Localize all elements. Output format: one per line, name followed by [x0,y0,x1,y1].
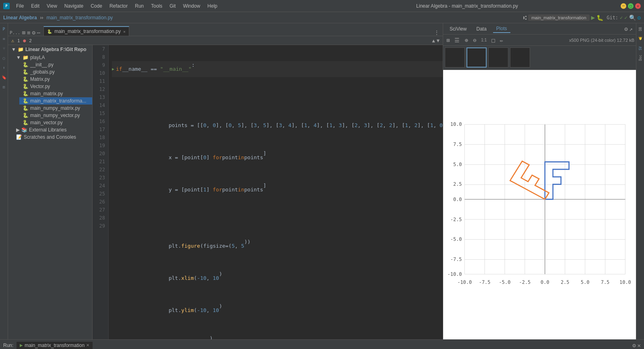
menu-git[interactable]: Git [166,2,179,10]
plots-tab[interactable]: Plots [493,25,510,33]
code-editor[interactable]: 7 8 9 10 11 12 13 14 15 16 17 18 19 20 [93,45,443,339]
python-file-icon: 🐍 [47,29,52,34]
subfolder-playla[interactable]: ▼ 📁 playLA [13,54,92,61]
file-main-vector[interactable]: 🐍 main_vector.py [19,119,92,126]
data-tab[interactable]: Data [473,25,489,33]
project-icon[interactable]: P [0,25,8,33]
menu-edit[interactable]: Edit [28,2,43,10]
py-icon-1: 🐍 [23,62,29,68]
project-toggle[interactable]: P... [10,30,21,35]
sciview-toolbar: SciView Data Plots ⚙ ↗ [443,23,636,35]
zoom-in-icon[interactable]: ⊕ [463,36,469,44]
search-icon[interactable]: 🔍 [629,14,636,21]
sciview-tab[interactable]: SciView [446,25,470,33]
vcs-icon[interactable]: ⑆ [523,14,526,21]
structure2-icon[interactable]: ⊞ [0,83,8,91]
file-init[interactable]: 🐍 __init__.py [19,61,92,68]
thumb-3[interactable] [488,47,508,68]
folder-arrow-icon: ▼ [16,55,21,60]
code-line-16: plt.plot(x, y) [112,335,443,339]
menu-code[interactable]: Code [87,2,105,10]
file-main-numpy-matrix[interactable]: 🐍 main_numpy_matrix.py [19,105,92,112]
ext-lib-arrow: ▶ [16,127,20,133]
pull-requests-icon[interactable]: ⬆ [0,64,8,72]
file-main-numpy-vector[interactable]: 🐍 main_numpy_vector.py [19,112,92,119]
sciview-side-icon[interactable]: SV [636,44,644,52]
file-globals[interactable]: 🐍 _globals.py [19,68,92,76]
sciview-expand-icon[interactable]: ↗ [630,26,633,32]
thumb-2[interactable] [466,47,487,68]
menu-refactor[interactable]: Refactor [106,2,131,10]
nav-arrows: ▲ ▼ [432,38,440,43]
file-tab-close[interactable]: ✕ [123,29,126,34]
menu-window[interactable]: Window [180,2,204,10]
file-label-4: Vector.py [30,84,50,89]
documentation-icon[interactable]: Doc [636,54,644,62]
menu-view[interactable]: View [43,2,60,10]
settings-icon[interactable]: ⚙ [638,14,641,21]
commit-icon[interactable]: ○ [0,54,8,62]
project-label[interactable]: Linear Algebra [3,15,37,21]
file-main-matrix[interactable]: 🐍 main_matrix.py [19,90,92,97]
notifications-icon[interactable]: 🔔 [636,35,644,43]
nav-up-icon[interactable]: ▲ [432,38,435,43]
run-tab-label: main_matrix_transformation [25,343,85,348]
menu-help[interactable]: Help [204,2,221,10]
scratches-label: Scratches and Consoles [24,134,76,140]
scratches-consoles[interactable]: 📝 Scratches and Consoles [13,133,92,141]
more-icon[interactable]: ⋯ [37,29,40,36]
sciview-settings-icon[interactable]: ⚙ [624,26,627,32]
breadcrumb-separator: ›› [40,15,43,21]
nav-down-icon[interactable]: ▼ [437,38,440,43]
run-config-selector[interactable]: main_matrix_transformation [528,14,589,21]
run-settings-icon[interactable]: ⚙ [632,342,636,349]
file-matrix[interactable]: 🐍 Matrix.py [19,76,92,83]
run-tab-close[interactable]: ✕ [86,343,89,347]
run-config-tab[interactable]: ▶ main_matrix_transformation ✕ [17,342,93,349]
collapse-icon[interactable]: ≡ [27,29,30,36]
list-icon[interactable]: ☰ [453,36,461,44]
structure-icon[interactable]: ≡ [0,35,8,43]
file-label-5: main_matrix.py [30,91,63,96]
run-tab-icon: ▶ [20,343,23,347]
bookmarks-icon[interactable]: 🔖 [0,73,8,81]
py-icon-9: 🐍 [23,120,29,125]
external-libraries[interactable]: ▶ 📚 External Libraries [13,126,92,133]
menu-navigate[interactable]: Navigate [61,2,87,10]
fit-icon[interactable]: □ [490,36,496,44]
expand-icon[interactable]: ⊞ [22,29,25,36]
database-icon[interactable]: DB [636,25,644,33]
grid-icon[interactable]: ⊞ [445,36,451,44]
project-bar: Linear Algebra ›› main_matrix_transforma… [0,12,644,23]
git-check-icon[interactable]: ✓ [620,15,623,21]
zoom-out-icon[interactable]: ⊖ [471,36,478,44]
edit-icon[interactable]: ✏ [498,36,505,44]
maximize-button[interactable]: □ [628,3,634,9]
file-vector[interactable]: 🐍 Vector.py [19,83,92,90]
zoom-actual-icon[interactable]: 1:1 [479,37,488,43]
run-button[interactable]: ▶ [591,14,595,21]
error-count: 2 [29,38,32,43]
settings2-icon[interactable]: ⚙ [32,29,35,36]
run-label: Run: [3,343,13,348]
py-icon-2: 🐍 [23,69,29,75]
thumb-1[interactable] [445,47,465,68]
close-button[interactable]: ✕ [635,3,641,9]
ext-lib-label: External Libraries [29,127,66,133]
debug-button[interactable]: 🐛 [597,14,603,21]
folder-expand-icon[interactable]: ▼ [11,47,16,52]
menu-tools[interactable]: Tools [148,2,165,10]
file-main-matrix-transformation[interactable]: 🐍 main_matrix_transforma... [19,97,92,105]
minimize-button[interactable]: ─ [621,3,626,9]
git-check2-icon[interactable]: ✓ [624,15,627,21]
more-tabs-icon[interactable]: ⋮ [434,29,440,36]
file-breadcrumb[interactable]: main_matrix_transformation.py [47,15,113,21]
bottom-panel: Run: ▶ main_matrix_transformation ✕ ⚙ ✕ … [0,339,644,349]
menu-run[interactable]: Run [132,2,147,10]
chart-area: -10.0 -7.5 -5.0 -2.5 0.0 2.5 5.0 7.5 10.… [443,70,636,339]
git-icon[interactable]: ⑂ [0,44,8,52]
run-close-icon[interactable]: ✕ [638,342,641,349]
menu-file[interactable]: File [13,2,27,10]
thumb-4[interactable] [510,47,530,68]
file-tab[interactable]: 🐍 main_matrix_transformation.py ✕ [43,26,129,36]
